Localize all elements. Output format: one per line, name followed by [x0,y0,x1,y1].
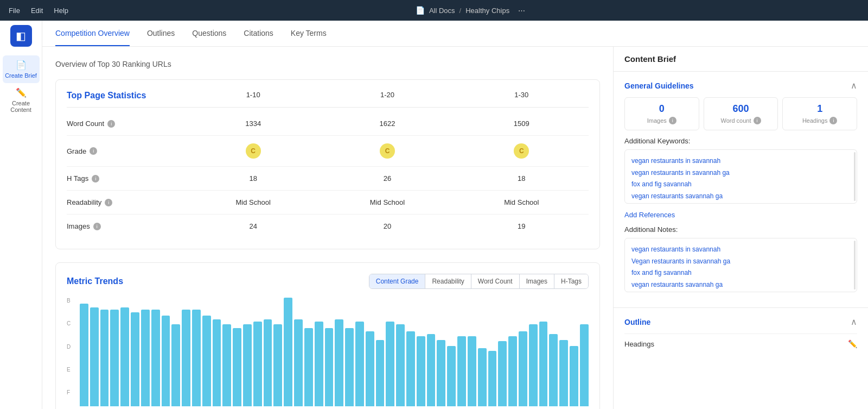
stats-col-1-30: 1-30 [455,91,589,100]
stats-col-1-20: 1-20 [320,91,454,100]
chart-bar [519,331,527,406]
general-guidelines-header[interactable]: General Guidelines ∧ [624,80,857,91]
readability-val-3: Mid School [455,198,589,206]
grade-label: Grade [67,147,86,155]
filter-readability[interactable]: Readability [425,274,471,288]
stats-row-grade: Grade i C C C [67,136,589,167]
chart-bar [580,324,589,406]
h-tags-val-3: 18 [455,174,589,183]
main-panel: Overview of Top 30 Ranking URLs Top Page… [42,47,613,409]
stats-row-readability: Readability i Mid School Mid School Mid … [67,191,589,215]
chart-bar [233,328,241,406]
chart-bar [508,336,517,406]
menu-help[interactable]: Help [54,7,68,15]
guideline-headings-value: 1 [788,103,851,115]
trends-header: Metric Trends Content Grade Readability … [67,274,589,289]
note-3: fox and fig savannah [631,267,850,279]
app-logo: ◧ [10,25,32,47]
outline-item-headings: Headings ✏️ [624,334,857,354]
trend-filters: Content Grade Readability Word Count Ima… [369,274,589,289]
chart-bar [549,334,558,406]
chart-bar [100,310,109,406]
keywords-box: vegan restaurants in savannah vegan rest… [624,149,857,204]
word-count-val-1: 1334 [186,119,320,128]
outline-headings-label: Headings [624,340,654,348]
sidebar: ◧ 📄 Create Brief ✏️ Create Content [0,21,42,409]
images-info-icon[interactable]: i [93,223,101,230]
chart-y-labels: B C D E F [67,298,78,395]
chart-bar [457,336,466,406]
stats-columns-header: Top Page Statistics 1-10 1-20 1-30 [67,91,589,108]
notes-box: vegan restaurants in savannah Vegan rest… [624,238,857,292]
grade-info-icon[interactable]: i [90,147,97,155]
readability-val-2: Mid School [320,198,454,206]
guideline-word-count-info[interactable]: i [754,117,761,124]
guideline-images: 0 Images i [624,97,699,130]
filter-h-tags[interactable]: H-Tags [554,274,588,288]
chart-bar [488,351,497,406]
share-icon[interactable]: ⋯ [518,7,525,15]
readability-label: Readability [67,198,101,206]
chart-bar [294,319,303,406]
chart-bar [376,340,385,406]
add-references-link[interactable]: Add References [624,211,675,219]
guideline-headings-label: Headings [802,117,827,124]
tab-competition-overview[interactable]: Competition Overview [55,21,130,46]
chart-bar [386,322,394,406]
word-count-info-icon[interactable]: i [107,120,115,128]
breadcrumb-current-doc: Healthy Chips [465,7,509,15]
y-label-f: F [67,389,78,395]
readability-val-1: Mid School [186,198,320,206]
grade-val-3: C [455,143,589,159]
filter-content-grade[interactable]: Content Grade [369,274,426,288]
chart-bar [90,307,99,406]
document-icon: 📄 [416,6,425,15]
sidebar-item-create-brief[interactable]: 📄 Create Brief [3,55,40,83]
guideline-word-count: 600 Word count i [704,97,778,130]
chart-bar [559,340,568,406]
grade-val-2: C [320,143,454,159]
sidebar-item-create-content[interactable]: ✏️ Create Content [3,83,40,117]
y-label-d: D [67,344,78,350]
images-label: Images [67,222,90,230]
h-tags-info-icon[interactable]: i [92,175,99,183]
note-2: Vegan restaurants in savannah ga [631,256,850,268]
filter-images[interactable]: Images [520,274,554,288]
chart-bar [120,307,129,406]
chart-bar [151,310,160,406]
guideline-images-label: Images [647,117,667,124]
tab-citations[interactable]: Citations [244,21,273,46]
app-layout: ◧ 📄 Create Brief ✏️ Create Content Compe… [0,21,868,409]
chart-bar [325,328,334,406]
chart-bar [345,328,354,406]
chart-bar [273,324,282,406]
topbar-breadcrumb: 📄 All Docs / Healthy Chips ⋯ [81,6,859,15]
menu-edit[interactable]: Edit [31,7,43,15]
readability-info-icon[interactable]: i [105,199,112,206]
chart-bar [447,346,456,406]
guideline-word-count-label: Word count [720,117,751,124]
h-tags-label: H Tags [67,174,88,183]
main-content: Competition Overview Outlines Questions … [42,21,868,409]
guideline-headings-info[interactable]: i [829,117,837,124]
outline-section: Outline ∧ Headings ✏️ [614,308,868,362]
chart-bar [264,319,272,406]
grade-badge-2: C [380,143,395,159]
word-count-label: Word Count [67,119,104,128]
keyword-2: vegan restaurants in savannah ga [631,167,850,179]
tab-questions[interactable]: Questions [192,21,226,46]
right-panel-body: General Guidelines ∧ 0 Images i [614,72,868,409]
filter-word-count[interactable]: Word Count [471,274,520,288]
outline-header[interactable]: Outline ∧ [624,317,857,327]
breadcrumb-all-docs[interactable]: All Docs [429,7,455,15]
menu-file[interactable]: File [9,7,20,15]
edit-icon[interactable]: ✏️ [848,339,857,348]
images-val-1: 24 [186,222,320,230]
tab-key-terms[interactable]: Key Terms [291,21,327,46]
guideline-images-info[interactable]: i [669,117,676,124]
chart-bar [406,331,415,406]
stats-title: Top Page Statistics [67,91,146,100]
chart-bar [437,340,445,406]
tab-outlines[interactable]: Outlines [147,21,175,46]
right-panel: Content Brief General Guidelines ∧ 0 [613,47,868,409]
